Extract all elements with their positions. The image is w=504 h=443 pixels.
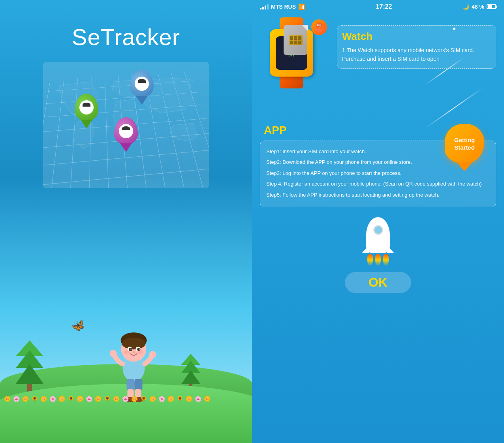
- signal-bar-4: [267, 4, 269, 9]
- rocket: [366, 217, 390, 266]
- svg-point-13: [110, 350, 117, 357]
- rocket-fin-left: [362, 245, 369, 253]
- getting-started-badge: Getting Started: [445, 124, 484, 163]
- pin-green: [75, 94, 98, 121]
- sim-card-icon: [284, 25, 307, 55]
- sim-chip: [289, 35, 303, 45]
- rocket-body: [366, 217, 390, 253]
- status-left: MTS RUS 📶: [260, 4, 305, 10]
- exhaust-flame-2: [375, 254, 381, 266]
- getting-started-line2: Started: [454, 144, 475, 152]
- svg-point-24: [318, 24, 319, 25]
- svg-rect-16: [135, 379, 143, 390]
- watch-title: Watch: [342, 30, 491, 43]
- signal-bar-2: [262, 7, 264, 9]
- rocket-fins: [366, 245, 390, 253]
- signal-bar-1: [260, 8, 261, 9]
- step-4: Step 4: Register an account on your mobi…: [266, 179, 490, 188]
- battery-fill: [488, 5, 492, 8]
- watch-band-bottom: [280, 77, 303, 88]
- tree-left: [16, 348, 43, 396]
- step-5: Step5: Follow the APP instructions to st…: [266, 190, 490, 199]
- flowers-strip: 🌼🌸 🌼🌻 🌼🌸 🌼🌻 🌼🌸 🌼🌻 🌼🌸 🌼🌻 🌼🌸 🌼🌻 🌼🌸 🌼: [0, 396, 252, 415]
- svg-rect-26: [316, 28, 322, 32]
- wifi-icon: 📶: [298, 4, 305, 10]
- app-title: SeTracker: [72, 24, 180, 50]
- status-time: 17:22: [376, 3, 392, 10]
- exhaust-flame-1: [367, 254, 373, 266]
- moon-icon: 🌙: [463, 4, 469, 10]
- getting-started-line1: Getting: [454, 136, 475, 144]
- butterfly-icon: 🦋: [69, 317, 87, 334]
- rocket-exhaust: [367, 254, 389, 266]
- ok-button[interactable]: OK: [345, 272, 411, 293]
- watch-avatar-icon: [311, 19, 327, 35]
- kid-character: [108, 321, 160, 407]
- svg-rect-15: [127, 379, 135, 390]
- signal-bars: [260, 4, 269, 9]
- svg-point-14: [149, 351, 156, 358]
- pin-blue: [130, 70, 154, 98]
- right-panel: MTS RUS 📶 17:22 🌙 48 % ✦: [252, 0, 504, 443]
- svg-point-12: [138, 350, 143, 354]
- rocket-container: [260, 217, 496, 266]
- battery-icon: [487, 4, 496, 9]
- pin-pink: [114, 117, 138, 145]
- signal-bar-3: [265, 6, 266, 9]
- watch-description: 1.The Watch supports any mobile network'…: [342, 46, 491, 64]
- left-panel: SeTracker: [0, 0, 252, 443]
- ok-section: OK: [260, 272, 496, 293]
- svg-point-9: [139, 349, 140, 350]
- battery-percent: 48 %: [472, 4, 484, 10]
- watch-info-box: Watch 1.The Watch supports any mobile ne…: [337, 25, 496, 69]
- exhaust-flame-3: [383, 254, 389, 266]
- ok-label: OK: [369, 275, 387, 290]
- right-content: ✦ 📍 GPS: [252, 13, 504, 297]
- rocket-fin-right: [387, 245, 394, 253]
- svg-point-11: [124, 350, 130, 354]
- carrier-label: MTS RUS: [271, 4, 296, 10]
- watch-section: 📍 GPS: [260, 17, 496, 96]
- svg-point-3: [122, 338, 146, 349]
- svg-point-10: [133, 351, 135, 353]
- map-background: [43, 62, 209, 188]
- status-bar: MTS RUS 📶 17:22 🌙 48 %: [252, 0, 504, 13]
- map-container: [43, 62, 209, 188]
- svg-point-8: [130, 349, 132, 350]
- status-right: 🌙 48 %: [463, 4, 496, 10]
- watch-image-area: 📍 GPS: [260, 17, 331, 96]
- landscape: 🦋: [0, 325, 252, 443]
- svg-point-21: [316, 23, 322, 28]
- rocket-window: [373, 225, 383, 235]
- svg-point-25: [320, 24, 321, 25]
